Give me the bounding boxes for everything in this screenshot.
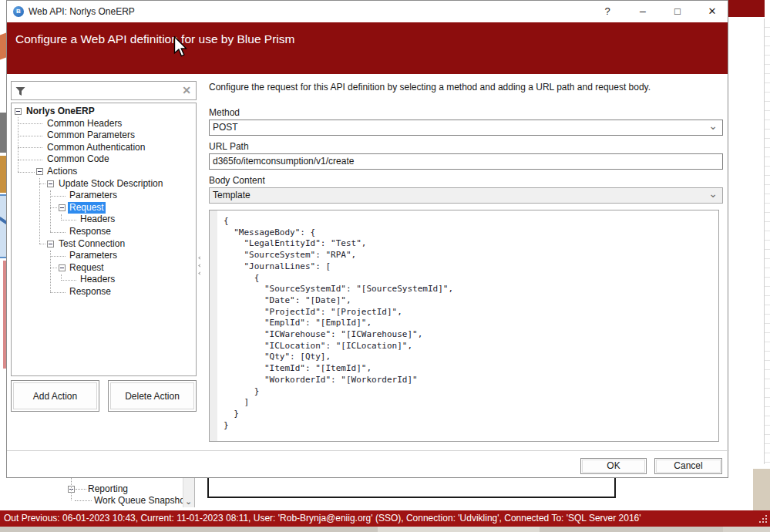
delete-action-button[interactable]: Delete Action xyxy=(108,380,197,412)
title-bar: B Web API: Norlys OneERP ? – □ ✕ xyxy=(7,1,728,22)
bg-tree-item-work-queue-snapshots[interactable]: Work Queue Snapshots xyxy=(94,495,192,506)
bg-list-fragment xyxy=(764,19,770,464)
method-label: Method xyxy=(209,107,240,118)
tree-item-test-connection[interactable]: Test Connection xyxy=(12,238,196,251)
tree-item-headers[interactable]: Headers xyxy=(12,214,196,226)
bg-diagram-fragment xyxy=(0,156,6,193)
collapse-icon[interactable] xyxy=(59,204,66,211)
bg-tree-item-reporting[interactable]: Reporting xyxy=(88,483,128,494)
mouse-cursor xyxy=(173,36,187,57)
minimize-button[interactable]: – xyxy=(630,1,655,22)
help-button[interactable]: ? xyxy=(595,1,620,22)
footer-separator xyxy=(7,450,729,451)
tree-item-headers[interactable]: Headers xyxy=(12,274,196,286)
add-action-button[interactable]: Add Action xyxy=(11,380,99,412)
tree-item-request[interactable]: Request xyxy=(12,262,196,274)
ok-button[interactable]: OK xyxy=(580,458,647,474)
web-api-dialog: B Web API: Norlys OneERP ? – □ ✕ Configu… xyxy=(6,0,728,478)
splitter-grip[interactable] xyxy=(198,256,201,259)
bg-app-header-fragment xyxy=(728,0,765,17)
tree-item-label[interactable]: Actions xyxy=(45,166,79,177)
collapse-icon[interactable] xyxy=(47,241,54,247)
bg-scrollbar[interactable]: ⌄ xyxy=(183,476,194,507)
tree-item-label[interactable]: Common Authentication xyxy=(45,142,146,153)
api-definition-tree[interactable]: Norlys OneERP Common Headers Common Para… xyxy=(11,103,197,376)
bg-fragment xyxy=(753,469,770,510)
url-path-value: d365fo/itemconsumption/v1/create xyxy=(213,156,354,167)
bg-diagram-fragment xyxy=(0,194,6,258)
tree-item-root[interactable]: Norlys OneERP xyxy=(12,106,196,118)
collapse-icon[interactable] xyxy=(59,264,66,271)
splitter-grip[interactable] xyxy=(198,264,201,267)
bottom-edge-strip xyxy=(0,527,770,532)
collapse-icon[interactable] xyxy=(47,180,54,187)
tree-item-response[interactable]: Response xyxy=(12,286,196,298)
tree-item-label[interactable]: Headers xyxy=(79,214,116,225)
resize-grip-icon[interactable] xyxy=(758,514,768,524)
tree-item-label[interactable]: Headers xyxy=(79,274,116,285)
chevron-down-icon: ⌄ xyxy=(708,119,718,133)
tree-item-common-code[interactable]: Common Code xyxy=(12,153,196,166)
tree-item-update-stock-description[interactable]: Update Stock Description xyxy=(12,178,196,190)
body-content-value: Template xyxy=(213,190,251,200)
tree-item-response[interactable]: Response xyxy=(12,226,196,238)
bg-tree-guide xyxy=(75,500,92,501)
bg-diagram-fragment xyxy=(0,33,6,60)
window-title: Web API: Norlys OneERP xyxy=(29,6,135,17)
instruction-text: Configure the request for this API defin… xyxy=(209,82,721,93)
collapse-icon[interactable] xyxy=(15,108,22,115)
banner-title: Configure a Web API definition for use b… xyxy=(15,32,294,46)
bg-tree-guide xyxy=(71,476,72,500)
dialog-banner: Configure a Web API definition for use b… xyxy=(7,22,728,74)
body-content-select[interactable]: Template ⌄ xyxy=(209,187,723,204)
editor-gutter xyxy=(210,210,217,441)
tree-item-label[interactable]: Common Code xyxy=(45,153,111,165)
tree-filter-input[interactable]: ✕ xyxy=(11,81,197,100)
method-value: POST xyxy=(213,122,238,133)
tree-item-common-authentication[interactable]: Common Authentication xyxy=(12,142,196,154)
url-path-input[interactable]: d365fo/itemconsumption/v1/create xyxy=(209,153,723,170)
cancel-button[interactable]: Cancel xyxy=(654,458,722,474)
tree-item-label[interactable]: Norlys OneERP xyxy=(25,106,96,117)
bg-panel-border xyxy=(194,476,195,507)
scroll-down-icon[interactable]: ⌄ xyxy=(185,497,192,507)
tree-item-label[interactable]: Parameters xyxy=(68,250,119,261)
tree-item-label[interactable]: Common Parameters xyxy=(45,130,136,141)
tree-item-parameters[interactable]: Parameters xyxy=(12,250,196,262)
tree-item-label[interactable]: Request xyxy=(68,202,106,214)
filter-clear-icon[interactable]: ✕ xyxy=(182,84,191,96)
tree-item-label[interactable]: Response xyxy=(68,286,113,298)
screen: Reporting Work Queue Snapshots ⌄ Out Pre… xyxy=(0,0,770,532)
template-editor[interactable]: { "MessageBody": { "LegalEntityId": "Tes… xyxy=(209,210,719,442)
url-path-label: URL Path xyxy=(209,141,249,152)
filter-funnel-icon xyxy=(15,86,25,96)
tree-item-common-parameters[interactable]: Common Parameters xyxy=(12,130,196,142)
collapse-icon[interactable] xyxy=(36,168,43,175)
tree-item-request-selected[interactable]: Request xyxy=(12,202,196,214)
close-button[interactable]: ✕ xyxy=(700,1,725,22)
tree-item-common-headers[interactable]: Common Headers xyxy=(12,118,196,130)
body-content-label: Body Content xyxy=(209,175,265,186)
bg-diagram-fragment xyxy=(0,113,6,153)
tree-item-parameters[interactable]: Parameters xyxy=(12,190,196,202)
maximize-button[interactable]: □ xyxy=(665,1,690,22)
tree-item-label[interactable]: Response xyxy=(68,226,113,237)
chevron-down-icon: ⌄ xyxy=(708,187,718,201)
method-select[interactable]: POST ⌄ xyxy=(209,120,723,136)
tree-item-label[interactable]: Common Headers xyxy=(45,118,123,130)
tree-item-label[interactable]: Parameters xyxy=(68,190,119,201)
tree-item-label[interactable]: Request xyxy=(68,262,106,274)
template-code[interactable]: { "MessageBody": { "LegalEntityId": "Tes… xyxy=(224,216,453,431)
tree-item-label[interactable]: Test Connection xyxy=(57,238,126,250)
tree-item-actions[interactable]: Actions xyxy=(12,166,196,178)
tree-item-label[interactable]: Update Stock Description xyxy=(57,178,164,190)
status-bar: Out Previous: 06-01-2023 10:43, Current:… xyxy=(0,510,770,527)
bg-tree-guide xyxy=(76,489,86,490)
status-text: Out Previous: 06-01-2023 10:43, Current:… xyxy=(4,513,641,524)
web-api-app-icon: B xyxy=(13,6,24,17)
splitter-grip[interactable] xyxy=(198,271,201,274)
